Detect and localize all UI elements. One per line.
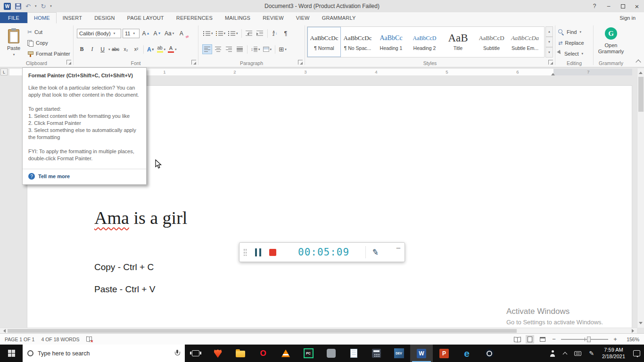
sign-in-link[interactable]: Sign in	[619, 12, 644, 23]
copy-button[interactable]: Copy	[27, 38, 48, 48]
bullets-button[interactable]: ▾	[202, 28, 214, 38]
gallery-scroll-down-button[interactable]: ▼	[545, 37, 553, 47]
taskbar-notepad[interactable]	[342, 345, 365, 362]
horizontal-scrollbar[interactable]	[0, 328, 637, 333]
subscript-button[interactable]: x₂	[121, 44, 131, 54]
borders-button[interactable]: ⊞▾	[278, 44, 288, 54]
taskbar-vlc[interactable]	[274, 345, 297, 362]
customize-qat-caret-icon[interactable]: ▾	[50, 4, 52, 8]
decrease-indent-button[interactable]	[244, 28, 254, 38]
italic-button[interactable]: I	[87, 44, 97, 54]
style-subtle-emphasis[interactable]: AaBbCcDa Subtle Em...	[508, 27, 542, 57]
tab-design[interactable]: DESIGN	[88, 12, 121, 23]
underline-caret-icon[interactable]: ▾	[108, 48, 110, 51]
document-heading[interactable]: Ama is a girl	[94, 207, 187, 228]
taskbar-dev[interactable]: DEV	[388, 345, 410, 362]
screen-recorder-bar[interactable]: 00:05:09 ✎ –	[239, 242, 405, 262]
taskbar-powerpoint[interactable]: P	[433, 345, 455, 362]
select-button[interactable]: Select ▾	[558, 49, 583, 58]
minimize-button[interactable]: –	[602, 0, 616, 12]
tab-mailings[interactable]: MAILINGS	[219, 12, 256, 23]
zoom-out-button[interactable]: −	[551, 336, 557, 343]
gallery-more-button[interactable]: ▼	[545, 47, 553, 58]
text-effects-button[interactable]: A▾	[146, 44, 156, 54]
show-hidden-icons-button[interactable]	[560, 345, 570, 362]
justify-button[interactable]	[235, 44, 245, 54]
tab-home[interactable]: HOME	[27, 12, 57, 24]
taskbar-brave[interactable]	[206, 345, 229, 362]
recorder-minimize-button[interactable]: –	[396, 243, 400, 251]
tell-me-more-link[interactable]: Tell me more	[38, 173, 70, 179]
change-case-button[interactable]: Aa▾	[164, 28, 175, 38]
close-button[interactable]: ×	[630, 0, 644, 12]
replace-button[interactable]: ⇄ Replace	[558, 38, 584, 48]
tab-grammarly[interactable]: GRAMMARLY	[316, 12, 362, 23]
document-line-copy[interactable]: Copy - Ctrl + C	[94, 262, 154, 272]
taskbar-obs[interactable]	[478, 345, 501, 362]
tab-stop-selector[interactable]: L	[0, 68, 8, 75]
save-icon[interactable]	[15, 3, 21, 9]
highlight-color-button[interactable]: ab ▾	[156, 44, 167, 54]
tab-references[interactable]: REFERENCES	[170, 12, 219, 23]
vertical-scroll-thumb[interactable]	[638, 77, 644, 112]
taskbar-clock[interactable]: 7:59 AM 2/18/2021	[598, 347, 629, 360]
styles-dialog-launcher[interactable]	[548, 60, 553, 65]
shrink-font-button[interactable]: A▼	[152, 28, 162, 38]
help-button[interactable]: ?	[587, 0, 602, 12]
style-normal[interactable]: AaBbCcDc ¶ Normal	[307, 27, 341, 57]
annotation-pen-icon[interactable]: ✎	[371, 247, 380, 257]
proofing-errors-icon[interactable]	[86, 337, 93, 342]
taskbar-word[interactable]: W	[410, 345, 433, 362]
drag-handle-icon[interactable]	[243, 248, 247, 256]
scroll-right-button[interactable]	[630, 328, 637, 333]
action-center-button[interactable]	[629, 345, 644, 362]
zoom-slider[interactable]	[561, 339, 608, 340]
style-heading-1[interactable]: AaBbCc Heading 1	[374, 27, 408, 57]
taskbar-pycharm[interactable]: PC	[297, 345, 320, 362]
font-family-combo[interactable]: Calibri (Body) ▾	[77, 29, 121, 38]
start-button[interactable]	[0, 345, 23, 362]
clipboard-dialog-launcher[interactable]	[66, 60, 71, 65]
taskbar-calculator[interactable]	[365, 345, 388, 362]
tab-file[interactable]: FILE	[0, 12, 27, 23]
style-no-spacing[interactable]: AaBbCcDc ¶ No Spac...	[341, 27, 374, 57]
paragraph-dialog-launcher[interactable]	[298, 60, 303, 65]
touch-keyboard-button[interactable]	[570, 345, 585, 362]
style-subtitle[interactable]: AaBbCcD Subtitle	[475, 27, 508, 57]
clear-formatting-button[interactable]: A	[176, 28, 186, 38]
scroll-up-button[interactable]	[637, 68, 644, 75]
page-count[interactable]: PAGE 1 OF 1	[5, 337, 34, 342]
scroll-left-button[interactable]	[0, 328, 7, 333]
zoom-slider-thumb[interactable]	[587, 337, 591, 342]
paste-caret-icon[interactable]: ▾	[13, 53, 15, 57]
zoom-level[interactable]: 156%	[622, 337, 639, 342]
pen-settings-button[interactable]: ✎	[585, 345, 598, 362]
word-count[interactable]: 4 OF 18 WORDS	[41, 337, 79, 342]
align-center-button[interactable]	[213, 44, 223, 54]
taskbar-gray-app[interactable]	[320, 345, 342, 362]
undo-caret-icon[interactable]: ▾	[35, 4, 37, 8]
format-painter-button[interactable]: Format Painter	[27, 49, 70, 58]
tab-review[interactable]: REVIEW	[256, 12, 290, 23]
align-right-button[interactable]	[224, 44, 234, 54]
taskbar-edge[interactable]: e	[455, 345, 478, 362]
pause-button[interactable]	[255, 248, 261, 256]
font-dialog-launcher[interactable]	[191, 60, 196, 65]
tab-insert[interactable]: INSERT	[57, 12, 88, 23]
grammarly-logo-icon[interactable]: G	[605, 27, 617, 40]
show-paragraph-marks-button[interactable]: ¶	[281, 28, 291, 38]
gallery-scroll-up-button[interactable]: ▲	[545, 26, 553, 37]
misspelled-word[interactable]: Ama	[94, 208, 129, 228]
print-layout-button[interactable]	[526, 335, 534, 344]
multilevel-list-button[interactable]: ▾	[227, 28, 239, 38]
shading-button[interactable]: ▾	[262, 44, 273, 54]
horizontal-scroll-thumb[interactable]	[8, 329, 517, 333]
bold-button[interactable]: B	[77, 44, 87, 54]
stop-button[interactable]	[269, 249, 276, 256]
taskbar-file-explorer[interactable]	[229, 345, 252, 362]
numbering-button[interactable]: ▾	[215, 28, 227, 38]
style-heading-2[interactable]: AaBbCcD Heading 2	[408, 27, 441, 57]
superscript-button[interactable]: x²	[132, 44, 141, 54]
find-button[interactable]: Find ▾	[558, 27, 581, 37]
line-spacing-button[interactable]: ↕▾	[250, 44, 261, 54]
